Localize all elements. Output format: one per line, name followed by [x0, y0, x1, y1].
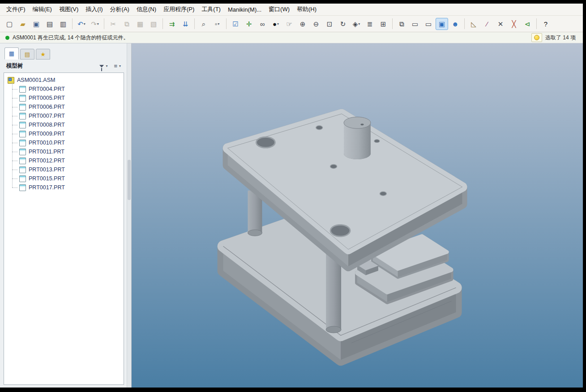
- user-profile-icon[interactable]: ☻: [449, 18, 462, 30]
- redo-icon[interactable]: ↷▾: [89, 18, 101, 30]
- zoom-in-icon[interactable]: ⊕: [296, 18, 309, 30]
- panel-splitter[interactable]: [127, 43, 132, 388]
- menu-help[interactable]: 帮助(H): [293, 4, 320, 15]
- repaint-icon[interactable]: ↻: [337, 18, 349, 30]
- tree-item-prt0015-prt[interactable]: PRT0015.PRT: [12, 174, 122, 183]
- tree-item-prt0006-prt[interactable]: PRT0006.PRT: [12, 102, 122, 111]
- refit-icon[interactable]: ⊡: [323, 18, 336, 30]
- assembly-icon: [8, 77, 14, 84]
- cut-icon[interactable]: ✂: [107, 18, 120, 30]
- layers-icon[interactable]: ≣: [364, 18, 376, 30]
- menu-insert[interactable]: 插入(I): [82, 4, 106, 15]
- model-tree-tab[interactable]: ▦: [4, 47, 19, 60]
- toolbar-separator: [226, 18, 227, 29]
- new-file-icon[interactable]: ▢: [3, 18, 16, 30]
- menu-bar: 文件(F)编辑(E)视图(V)插入(I)分析(A)信息(N)应用程序(P)工具(…: [0, 4, 583, 16]
- guide-pillar-front-part[interactable]: [326, 253, 341, 333]
- tree-item-prt0010-prt[interactable]: PRT0010.PRT: [12, 138, 122, 147]
- selection-indicator: 选取了 14 项: [531, 33, 579, 42]
- tree-item-label: PRT0013.PRT: [29, 166, 65, 173]
- window-tile-icon[interactable]: ⧉: [395, 18, 408, 30]
- window-cascade-icon[interactable]: ▭: [409, 18, 421, 30]
- shaded-view-icon[interactable]: ▣: [436, 18, 448, 30]
- display-style-icon[interactable]: ●▾: [269, 18, 282, 30]
- 3d-model-canvas[interactable]: [132, 43, 583, 388]
- notification-button[interactable]: [531, 33, 542, 42]
- csys-toggle-icon[interactable]: ╳: [508, 18, 520, 30]
- 3d-viewport[interactable]: [132, 43, 583, 388]
- datum-point-toggle-icon[interactable]: ✕: [494, 18, 507, 30]
- tree-item-label: PRT0017.PRT: [29, 184, 65, 191]
- tree-item-list: PRT0004.PRTPRT0005.PRTPRT0006.PRTPRT0007…: [12, 85, 122, 192]
- datum-axis-toggle-icon[interactable]: ∕: [481, 18, 493, 30]
- annotation-toggle-icon[interactable]: ⊲: [521, 18, 534, 30]
- menu-info[interactable]: 信息(N): [133, 4, 160, 15]
- menu-window[interactable]: 窗口(W): [265, 4, 293, 15]
- menu-analysis[interactable]: 分析(A): [107, 4, 133, 15]
- part-icon: [19, 184, 26, 191]
- window-close-icon[interactable]: ▭: [422, 18, 435, 30]
- scrollbar-thumb[interactable]: [128, 160, 131, 200]
- find-icon[interactable]: ⌕: [197, 18, 210, 30]
- tree-item-prt0005-prt[interactable]: PRT0005.PRT: [12, 94, 122, 102]
- part-icon: [19, 149, 26, 155]
- folder-browser-tab-icon: ▤: [25, 51, 30, 58]
- smart-select-icon[interactable]: ☑: [229, 18, 242, 30]
- tree-item-prt0011-prt[interactable]: PRT0011.PRT: [12, 147, 122, 156]
- select-box-icon[interactable]: ▫▾: [211, 18, 223, 30]
- toolbar-separator: [104, 18, 104, 29]
- tree-item-label: PRT0006.PRT: [29, 104, 65, 110]
- part-icon: [19, 166, 26, 173]
- menu-file[interactable]: 文件(F): [3, 4, 29, 15]
- copy-icon[interactable]: ⧉: [120, 18, 133, 30]
- print-preview-icon[interactable]: ▥: [57, 18, 69, 30]
- model-tree-header: 模型树 ▾ ≡▾: [0, 60, 127, 72]
- tree-root-label: ASM0001.ASM: [17, 77, 55, 83]
- geometry-select-icon[interactable]: ✛: [243, 18, 255, 30]
- spin-pan-icon[interactable]: ☞: [283, 18, 295, 30]
- regenerate-manager-icon[interactable]: ⇊: [179, 18, 192, 30]
- tree-item-prt0007-prt[interactable]: PRT0007.PRT: [12, 111, 122, 120]
- application-window: 文件(F)编辑(E)视图(V)插入(I)分析(A)信息(N)应用程序(P)工具(…: [0, 4, 583, 388]
- model-tree-title: 模型树: [6, 62, 23, 70]
- tree-item-prt0004-prt[interactable]: PRT0004.PRT: [12, 85, 122, 94]
- folder-browser-tab[interactable]: ▤: [20, 49, 34, 60]
- boss-pin-part[interactable]: [344, 117, 371, 159]
- datum-plane-toggle-icon[interactable]: ◺: [467, 18, 480, 30]
- part-icon: [19, 113, 26, 119]
- find-reference-icon[interactable]: ∞: [256, 18, 269, 30]
- tree-item-label: PRT0007.PRT: [29, 113, 65, 119]
- saved-orientation-icon[interactable]: ◈▾: [350, 18, 363, 30]
- main-area: ▦▤★ 模型树 ▾ ≡▾ ASM0001.ASM PRT0004.PRTPR: [0, 43, 583, 388]
- tree-item-prt0009-prt[interactable]: PRT0009.PRT: [12, 129, 122, 138]
- menu-tools[interactable]: 工具(T): [198, 4, 224, 15]
- paste-special-icon[interactable]: ▧: [147, 18, 160, 30]
- favorites-tab[interactable]: ★: [36, 49, 50, 60]
- model-tree: ASM0001.ASM PRT0004.PRTPRT0005.PRTPRT000…: [4, 72, 124, 385]
- menu-view[interactable]: 视图(V): [56, 4, 82, 15]
- zoom-out-icon[interactable]: ⊖: [310, 18, 322, 30]
- menu-edit[interactable]: 编辑(E): [29, 4, 56, 15]
- bulb-icon: [534, 35, 539, 40]
- tree-settings-button[interactable]: ≡▾: [112, 62, 122, 70]
- toolbar-separator: [194, 18, 195, 29]
- navigator-panel: ▦▤★ 模型树 ▾ ≡▾ ASM0001.ASM PRT0004.PRTPR: [0, 43, 127, 388]
- open-file-icon[interactable]: ▰: [17, 18, 29, 30]
- tree-item-prt0008-prt[interactable]: PRT0008.PRT: [12, 120, 122, 129]
- 3d-model[interactable]: [223, 114, 462, 360]
- print-icon[interactable]: ▤: [43, 18, 56, 30]
- view-manager-icon[interactable]: ⊞: [377, 18, 389, 30]
- undo-icon[interactable]: ↶▾: [75, 18, 88, 30]
- tree-filter-button[interactable]: ▾: [98, 63, 109, 69]
- tree-root-item[interactable]: ASM0001.ASM: [6, 76, 122, 85]
- part-icon: [19, 95, 26, 102]
- regenerate-icon[interactable]: ⇉: [166, 18, 178, 30]
- save-icon[interactable]: ▣: [30, 18, 43, 30]
- menu-applications[interactable]: 应用程序(P): [160, 4, 198, 15]
- context-help-icon[interactable]: ?: [539, 18, 552, 30]
- paste-icon[interactable]: ▦: [134, 18, 146, 30]
- menu-manikin[interactable]: Manikin(M)...: [224, 5, 265, 14]
- tree-item-prt0012-prt[interactable]: PRT0012.PRT: [12, 156, 122, 165]
- tree-item-prt0017-prt[interactable]: PRT0017.PRT: [12, 183, 122, 192]
- tree-item-prt0013-prt[interactable]: PRT0013.PRT: [12, 165, 122, 174]
